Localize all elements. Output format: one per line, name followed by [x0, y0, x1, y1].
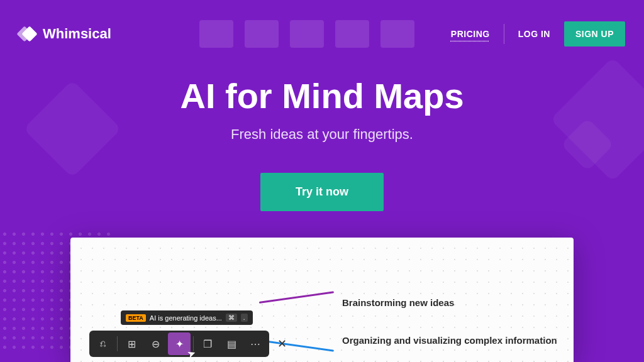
divider — [504, 24, 504, 44]
copy-tool-icon[interactable]: ❐ — [196, 332, 219, 355]
branch-label: Organizing and visualizing complex infor… — [342, 335, 557, 346]
hero-section: AI for Mind Maps Fresh ideas at your fin… — [0, 75, 644, 211]
hero-title: AI for Mind Maps — [0, 75, 644, 116]
mindmap-branch: Organizing and visualizing complex infor… — [259, 335, 557, 346]
beta-badge: BETA — [126, 314, 146, 322]
editor-toolbar: ⎌ ⊞ ⊖ ✦ ❐ ▤ ⋯ — [89, 331, 269, 357]
comment-tool-icon[interactable]: ▤ — [220, 332, 243, 355]
branch-label: Brainstorming new ideas — [342, 297, 454, 308]
hero-subtitle: Fresh ideas at your fingertips. — [0, 126, 644, 143]
signup-button[interactable]: SIGN UP — [564, 21, 625, 47]
brand-logo[interactable]: Whimsical — [19, 25, 111, 43]
shortcut-key: ⌘ — [226, 314, 237, 322]
more-tool-icon[interactable]: ⋯ — [244, 332, 267, 355]
close-icon[interactable]: ✕ — [273, 335, 291, 353]
toolbar-container: BETA AI is generating ideas... ⌘ . ⎌ ⊞ ⊖… — [89, 331, 291, 357]
connector-tool-icon[interactable]: ⎌ — [92, 332, 114, 355]
nav-item[interactable] — [335, 20, 369, 48]
nav-item[interactable] — [199, 20, 233, 48]
ai-tooltip: BETA AI is generating ideas... ⌘ . — [121, 310, 253, 325]
pricing-link[interactable]: PRICING — [451, 29, 490, 39]
tooltip-text: AI is generating ideas... — [150, 314, 222, 322]
logo-icon — [19, 25, 36, 43]
mindmap-branch: Brainstorming new ideas — [259, 297, 454, 308]
login-button[interactable]: LOG IN — [518, 29, 550, 39]
node-tool-icon[interactable]: ⊖ — [144, 332, 167, 355]
app-preview: Brainstorming new ideas Organizing and v… — [70, 238, 574, 362]
shortcut-key: . — [241, 314, 248, 322]
nav-product-menu — [199, 20, 414, 48]
separator — [117, 336, 118, 351]
grid-tool-icon[interactable]: ⊞ — [120, 332, 143, 355]
nav-item[interactable] — [245, 20, 279, 48]
nav-item[interactable] — [380, 20, 414, 48]
brand-name: Whimsical — [43, 26, 111, 42]
cta-button[interactable]: Try it now — [260, 173, 384, 211]
header-actions: PRICING LOG IN SIGN UP — [451, 21, 625, 47]
header: Whimsical PRICING LOG IN SIGN UP — [0, 19, 644, 49]
nav-item[interactable] — [290, 20, 324, 48]
